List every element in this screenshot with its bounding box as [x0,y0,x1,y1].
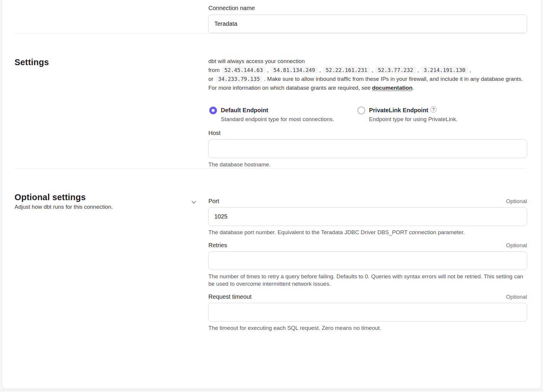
chevron-down-icon[interactable] [191,199,197,205]
ip-chip: 52.22.161.231 [323,66,370,74]
endpoint-radio-group: Default Endpoint Standard endpoint type … [208,106,527,123]
settings-section: Settings dbt will always access your con… [15,33,526,168]
connection-name-section: Connection name [15,0,526,33]
ip-chip: 34.233.79.135 [215,75,263,83]
radio-description: Endpoint type for using PrivateLink. [369,116,523,123]
radio-label: PrivateLink Endpoint [369,106,428,114]
host-field-group: Host The database hostname. [208,129,527,168]
host-input[interactable] [208,139,527,158]
retries-label: Retries [208,242,227,249]
ip-chip: 3.214.191.130 [421,66,468,74]
request-timeout-helper-text: The timeout for executing each SQL reque… [208,324,527,332]
optional-badge: Optional [506,242,527,249]
host-label: Host [208,129,527,136]
request-timeout-input[interactable] [208,303,527,322]
optional-settings-subheading: Adjust how dbt runs for this connection. [15,203,208,211]
request-timeout-label: Request timeout [208,293,252,300]
radio-option-privatelink-endpoint[interactable]: PrivateLink Endpoint? Endpoint type for … [357,106,523,123]
ip-allowlist-text: dbt will always access your connection f… [208,57,527,92]
ip-chip: 52.3.77.232 [375,66,416,74]
optional-settings-heading: Optional settings [15,192,208,203]
radio-selected-icon[interactable] [209,107,217,114]
connection-name-label: Connection name [208,4,527,12]
port-input[interactable] [208,207,527,226]
connection-name-input[interactable] [208,15,527,33]
ip-chip: 54.81.134.249 [271,66,318,74]
optional-badge: Optional [506,198,527,205]
port-field-group: Port Optional The database port number. … [208,197,527,236]
radio-unselected-icon[interactable] [357,107,365,114]
radio-label: Default Endpoint [221,106,268,114]
retries-helper-text: The number of times to retry a query bef… [208,273,527,287]
radio-option-default-endpoint[interactable]: Default Endpoint Standard endpoint type … [208,106,357,123]
connection-settings-card: Connection name Settings dbt will always… [2,0,542,389]
host-helper-text: The database hostname. [208,161,527,168]
request-timeout-field-group: Request timeout Optional The timeout for… [208,293,527,332]
port-helper-text: The database port number. Equivalent to … [208,229,527,236]
bottom-panel-divider [0,390,543,391]
optional-badge: Optional [506,293,527,301]
port-label: Port [208,197,219,205]
radio-description: Standard endpoint type for most connecti… [221,116,357,123]
retries-input[interactable] [208,251,527,270]
settings-heading: Settings [15,57,208,68]
optional-settings-section: Optional settings Adjust how dbt runs fo… [15,168,526,332]
documentation-link[interactable]: documentation [372,85,412,91]
ip-chip: 52.45.144.63 [222,66,266,74]
help-question-icon[interactable]: ? [430,106,437,113]
retries-field-group: Retries Optional The number of times to … [208,242,527,287]
